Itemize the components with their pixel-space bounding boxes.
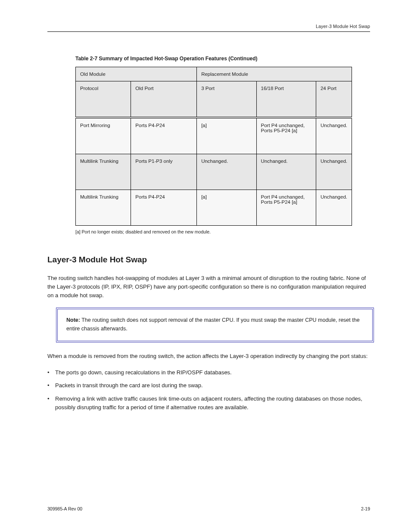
col-3port: 3 Port xyxy=(197,81,256,118)
cell: Ports P4-P24 xyxy=(131,190,197,226)
section-p1: The routing switch handles hot-swapping … xyxy=(47,274,370,300)
cell: Unchanged. xyxy=(316,190,352,226)
col-protocol: Protocol xyxy=(76,81,131,118)
cell: [a] xyxy=(197,190,256,226)
bullet-icon: • xyxy=(47,381,55,390)
footer-left: 309985-A Rev 00 xyxy=(47,506,82,511)
bullet-icon: • xyxy=(47,395,55,412)
table-row: Protocol Old Port 3 Port 16/18 Port 24 P… xyxy=(76,81,352,118)
table-row: Port Mirroring Ports P4-P24 [a] Port P4 … xyxy=(76,118,352,154)
section-heading: Layer-3 Module Hot Swap xyxy=(47,255,370,264)
cell: Unchanged. xyxy=(197,154,256,190)
cell: Port P4 unchanged, Ports P5-P24 [a] xyxy=(256,190,316,226)
list-item: • Removing a link with active traffic ca… xyxy=(47,395,370,412)
list-text: The ports go down, causing recalculation… xyxy=(55,368,232,377)
col-24port: 24 Port xyxy=(316,81,352,118)
note-text: The routing switch does not support remo… xyxy=(66,317,360,331)
list-item: • Packets in transit through the card ar… xyxy=(47,381,370,390)
col-group-replacement: Replacement Module xyxy=(197,67,352,81)
running-head-right: Layer-3 Module Hot Swap xyxy=(316,24,370,31)
table-row: Multilink Trunking Ports P4-P24 [a] Port… xyxy=(76,190,352,226)
note-label: Note: xyxy=(66,317,80,323)
cell: [a] xyxy=(197,118,256,154)
section-p2: When a module is removed from the routin… xyxy=(47,352,370,361)
cell: Ports P1-P3 only xyxy=(131,154,197,190)
running-head: Layer-3 Module Hot Swap xyxy=(47,24,370,32)
cell: Unchanged. xyxy=(256,154,316,190)
cell: Port Mirroring xyxy=(76,118,131,154)
table-footnote: [a] Port no longer exists; disabled and … xyxy=(75,229,352,234)
cell: Ports P4-P24 xyxy=(131,118,197,154)
table-caption: Table 2-7 Summary of Impacted Hot-Swap O… xyxy=(75,56,352,62)
footer-right: 2-19 xyxy=(361,506,370,511)
bullet-icon: • xyxy=(47,368,55,377)
table-row: Multilink Trunking Ports P1-P3 only Unch… xyxy=(76,154,352,190)
hot-swap-table: Old Module Replacement Module Protocol O… xyxy=(75,67,352,226)
cell: Unchanged. xyxy=(316,118,352,154)
cell: Multilink Trunking xyxy=(76,154,131,190)
list-text: Packets in transit through the card are … xyxy=(55,381,203,390)
table-wrap: Table 2-7 Summary of Impacted Hot-Swap O… xyxy=(75,56,352,234)
note-box: Note: The routing switch does not suppor… xyxy=(56,308,374,342)
cell: Unchanged. xyxy=(316,154,352,190)
list-text: Removing a link with active traffic caus… xyxy=(55,395,370,412)
col-group-old: Old Module xyxy=(76,67,197,81)
col-1618port: 16/18 Port xyxy=(256,81,316,118)
cell: Port P4 unchanged, Ports P5-P24 [a] xyxy=(256,118,316,154)
footer: 309985-A Rev 00 2-19 xyxy=(47,506,370,511)
table-row: Old Module Replacement Module xyxy=(76,67,352,81)
cell: Multilink Trunking xyxy=(76,190,131,226)
col-oldport: Old Port xyxy=(131,81,197,118)
list-item: • The ports go down, causing recalculati… xyxy=(47,368,370,377)
